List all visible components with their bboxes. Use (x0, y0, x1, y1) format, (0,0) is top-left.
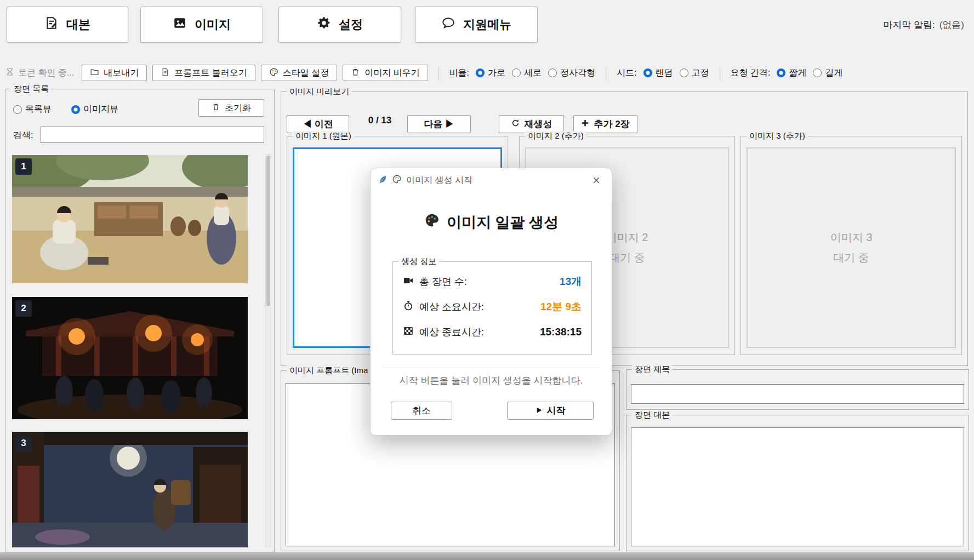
duration-value: 12분 9초 (540, 300, 582, 314)
preview-title: 이미지 미리보기 (287, 87, 352, 97)
info-row-end-time: 예상 종료시간: 15:38:15 (393, 320, 591, 344)
image-frame-title: 이미지 2 (추가) (525, 131, 586, 141)
scene-art-moonlit-gate (12, 432, 248, 547)
ratio-option-square[interactable]: 정사각형 (548, 67, 595, 79)
tab-label: 대본 (66, 16, 90, 33)
image-frame-title: 이미지 1 (원본) (293, 131, 354, 141)
scene-thumbnail[interactable]: 2 (12, 297, 248, 419)
scene-thumbnail[interactable]: 1 (12, 155, 248, 283)
radio-icon (680, 68, 688, 77)
scene-art-daytime-courtyard (12, 155, 248, 283)
last-alert-value: (없음) (939, 19, 964, 31)
tab-settings[interactable]: 설정 (278, 7, 401, 43)
search-label: 검색: (13, 130, 33, 141)
scene-count-value: 13개 (560, 275, 582, 289)
generation-info-title: 생성 정보 (398, 256, 439, 267)
scene-number-badge: 1 (15, 158, 32, 175)
tab-label: 설정 (339, 16, 363, 33)
radio-icon (777, 68, 785, 77)
style-settings-button[interactable]: 스타일 설정 (261, 65, 337, 81)
scene-script-textarea[interactable] (631, 427, 964, 546)
tab-image[interactable]: 이미지 (140, 7, 263, 43)
dialog-info-text: 시작 버튼을 눌러 이미지 생성을 시작합니다. (371, 374, 612, 387)
tab-support[interactable]: 지원메뉴 (415, 7, 538, 43)
end-time-icon (403, 325, 414, 339)
script-edit-icon (44, 16, 59, 33)
ratio-option-landscape[interactable]: 가로 (476, 67, 505, 79)
chat-icon (441, 16, 455, 33)
batch-generation-dialog: 이미지 생성 시작 이미지 일괄 생성 생성 정보 총 장면 수: 13개 예상… (370, 168, 612, 436)
token-check-icon (5, 67, 14, 78)
close-icon[interactable] (589, 173, 604, 188)
scene-number-badge: 3 (15, 435, 32, 452)
dialog-separator (383, 368, 600, 368)
trash-icon (212, 102, 220, 113)
radio-icon (476, 68, 485, 77)
radio-icon (548, 68, 557, 77)
interval-label: 요청 간격: (731, 67, 771, 79)
seed-option-random[interactable]: 랜덤 (643, 67, 673, 79)
search-input[interactable] (41, 127, 264, 143)
interval-group: 요청 간격: 짧게 길게 (731, 67, 843, 79)
scene-title-label: 장면 제목 (632, 364, 673, 375)
scene-script-panel: 장면 대본 (626, 415, 969, 551)
app-window: 대본 이미지 설정 지원메뉴 마지막 알림: (없음) 토큰 확인 중... 내… (0, 0, 974, 560)
image-frame-title: 이미지 3 (추가) (747, 131, 808, 141)
view-option-image[interactable]: 이미지뷰 (71, 104, 118, 115)
waiting-text-line1: 이미지 3 (830, 230, 873, 245)
tab-script[interactable]: 대본 (7, 7, 128, 43)
view-option-list[interactable]: 목록뷰 (13, 104, 52, 115)
interval-option-short[interactable]: 짧게 (777, 67, 806, 79)
image-slot-3[interactable]: 이미지 3 대기 중 (747, 147, 956, 348)
plus-icon (581, 119, 589, 130)
seed-label: 시드: (617, 67, 636, 79)
play-icon (536, 405, 543, 416)
last-alert-label: 마지막 알림: (883, 19, 935, 31)
interval-option-long[interactable]: 길게 (813, 67, 842, 79)
scene-thumbnail[interactable]: 3 (12, 432, 248, 547)
generation-info-group: 생성 정보 총 장면 수: 13개 예상 소요시간: 12분 9초 예상 종료시… (392, 261, 592, 355)
dialog-title: 이미지 생성 시작 (406, 175, 472, 186)
export-icon (90, 67, 99, 79)
palette-icon (269, 67, 278, 79)
toolbar-separator (438, 66, 439, 79)
image-prompt-title: 이미지 프롬프트 (Ima (287, 365, 371, 376)
load-prompt-button[interactable]: 프롬프트 불러오기 (152, 65, 255, 81)
trash-icon (351, 67, 360, 79)
tab-label: 이미지 (195, 16, 231, 33)
ratio-label: 비율: (449, 67, 469, 79)
ratio-group: 비율: 가로 세로 정사각형 (449, 67, 595, 79)
image-counter: 0 / 13 (352, 115, 407, 126)
radio-icon (643, 68, 652, 77)
info-row-scene-count: 총 장면 수: 13개 (393, 270, 591, 294)
clear-images-button[interactable]: 이미지 비우기 (343, 65, 428, 81)
waiting-text-line2: 대기 중 (833, 250, 869, 265)
tab-label: 지원메뉴 (463, 16, 511, 33)
scene-script-label: 장면 대본 (632, 410, 673, 420)
palette-icon (392, 174, 402, 186)
ratio-option-portrait[interactable]: 세로 (512, 67, 542, 79)
toolbar-separator (606, 66, 606, 79)
seed-option-fixed[interactable]: 고정 (680, 67, 709, 79)
dialog-titlebar[interactable]: 이미지 생성 시작 (371, 168, 612, 192)
seed-group: 시드: 랜덤 고정 (617, 67, 709, 79)
duration-icon (403, 300, 414, 313)
scene-list-scrollbar[interactable] (265, 154, 271, 547)
regenerate-icon (511, 118, 520, 130)
scene-art-night-torch-raid (12, 297, 248, 419)
scrollbar-thumb[interactable] (266, 156, 270, 306)
dialog-heading: 이미지 일괄 생성 (371, 212, 612, 232)
window-bottom-edge (0, 552, 974, 560)
end-time-value: 15:38:15 (540, 326, 582, 338)
cancel-button[interactable]: 취소 (391, 402, 452, 420)
export-button[interactable]: 내보내기 (82, 65, 147, 81)
next-button[interactable]: 다음 ▶ (407, 115, 471, 133)
feather-icon (378, 175, 388, 186)
waiting-text-line2: 대기 중 (609, 250, 645, 265)
last-alert: 마지막 알림: (없음) (883, 19, 964, 31)
toolbar-separator (720, 66, 720, 79)
start-button[interactable]: 시작 (507, 402, 594, 420)
reset-button[interactable]: 초기화 (198, 99, 264, 117)
scene-title-input[interactable] (631, 384, 964, 404)
waiting-text-line1: 이미지 2 (606, 230, 648, 245)
